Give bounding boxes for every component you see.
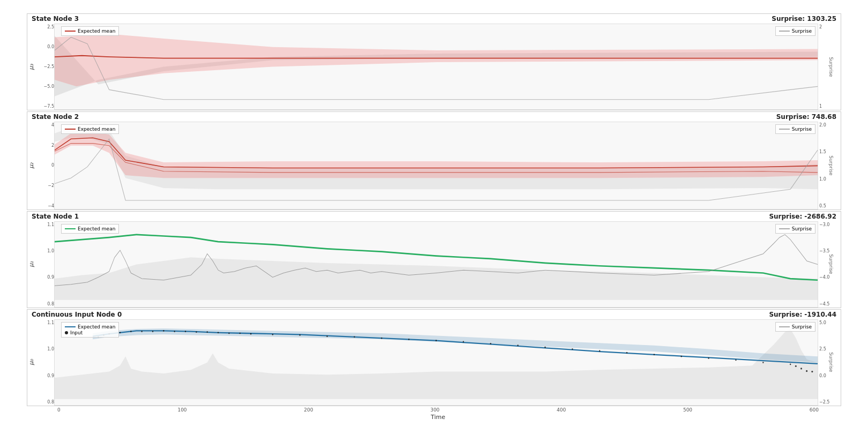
svg-point-14 — [163, 330, 164, 332]
panel-node2-surprise-legend: Surprise — [775, 124, 815, 134]
panel-node1-svg — [55, 222, 818, 307]
panel-node2-legend-label: Expected mean — [78, 126, 115, 132]
x-axis: 0 100 200 300 400 500 600 Time — [56, 407, 820, 421]
panel-node3-legend: Expected mean — [61, 26, 119, 36]
panel-node3-ylabel: μ₃ — [28, 64, 35, 70]
svg-point-41 — [762, 362, 764, 363]
panel-node3-legend-item: Expected mean — [65, 28, 115, 34]
panel-node2-ylabel: μ₂ — [28, 162, 35, 168]
svg-point-17 — [196, 331, 197, 333]
panel-node1-ylabel: μ₁ — [28, 261, 35, 267]
panel-node0-chart-area: Expected mean Input Surprise — [54, 319, 818, 406]
svg-point-28 — [408, 339, 409, 340]
svg-point-42 — [790, 363, 791, 365]
svg-point-35 — [599, 350, 600, 351]
panel-node2-legend-line — [65, 129, 76, 130]
panel-node0-surprise: Surprise: -1910.44 — [769, 311, 836, 318]
panel-node1-legend-line — [65, 228, 76, 229]
svg-point-33 — [544, 347, 545, 348]
svg-point-37 — [654, 354, 655, 355]
panel-node3-surprise-legend-label: Surprise — [792, 28, 812, 34]
panel-node0-surprise-legend: Surprise — [775, 322, 815, 332]
panel-node2-legend: Expected mean — [61, 124, 119, 134]
panel-node2-chart-area: Expected mean Surprise — [54, 122, 818, 209]
panel-node0-svg — [55, 320, 818, 405]
panel-node1-surprise-line — [779, 228, 790, 229]
panel-node1-title: State Node 1 — [32, 213, 79, 220]
panel-node2-surprise-line — [779, 129, 790, 130]
panel-node2-svg — [55, 122, 818, 209]
panel-node2-surprise-legend-label: Surprise — [792, 126, 812, 132]
panel-node0-legend: Expected mean Input — [61, 322, 119, 338]
svg-point-46 — [811, 371, 813, 372]
svg-point-40 — [735, 360, 736, 361]
x-ticks: 0 100 200 300 400 500 600 — [56, 407, 820, 413]
panel-node3-legend-label: Expected mean — [78, 28, 115, 34]
svg-point-36 — [626, 352, 627, 354]
panel-node1-surprise-legend-label: Surprise — [792, 226, 812, 231]
x-label: Time — [431, 414, 445, 421]
svg-point-39 — [708, 357, 709, 359]
panel-node2-surprise: Surprise: 748.68 — [776, 113, 836, 121]
panel-node3-header: State Node 3 Surprise: 1303.25 — [27, 14, 841, 24]
svg-point-10 — [119, 332, 121, 333]
svg-marker-1 — [55, 34, 818, 86]
svg-point-20 — [228, 333, 229, 334]
panel-node1-surprise-legend: Surprise — [775, 224, 815, 234]
svg-point-32 — [517, 345, 518, 346]
svg-point-25 — [326, 335, 327, 337]
panel-node1-surprise: Surprise: -2686.92 — [769, 213, 836, 220]
panel-node2-title: State Node 2 — [32, 113, 79, 121]
svg-point-29 — [436, 340, 437, 341]
panel-node3-surprise-line — [779, 31, 790, 32]
panel-node1-chart-area: Expected mean Surprise — [54, 221, 818, 308]
panel-node3-right-ylabel: Surprise — [828, 57, 833, 77]
panel-node1-legend-label: Expected mean — [78, 226, 115, 231]
panel-node1: State Node 1 Surprise: -2686.92 1.1 1.0 … — [27, 211, 841, 308]
panel-node0-legend-line — [65, 326, 76, 327]
panel-node0-title: Continuous Input Node 0 — [32, 311, 122, 318]
panel-node3-surprise: Surprise: 1303.25 — [772, 15, 836, 23]
panel-node2: State Node 2 Surprise: 748.68 4 2 0 −2 −… — [27, 111, 841, 210]
panel-node1-header: State Node 1 Surprise: -2686.92 — [27, 212, 841, 221]
panel-node0-right-ylabel: Surprise — [828, 353, 833, 372]
svg-point-11 — [130, 331, 131, 332]
svg-point-22 — [250, 333, 251, 335]
svg-point-18 — [207, 331, 208, 333]
panel-node0-legend-dot — [65, 331, 68, 334]
svg-point-15 — [174, 331, 175, 332]
svg-point-23 — [272, 334, 273, 335]
panel-node0-surprise-line — [779, 326, 790, 327]
svg-point-44 — [800, 368, 802, 369]
svg-point-27 — [381, 338, 382, 339]
panel-node0-legend-item-2: Input — [65, 330, 115, 335]
panel-node0-legend-label2: Input — [70, 330, 83, 335]
panel-node3-legend-line — [65, 31, 76, 32]
panel-node2-header: State Node 2 Surprise: 748.68 — [27, 112, 841, 122]
svg-marker-4 — [55, 257, 818, 300]
svg-point-16 — [185, 331, 186, 332]
svg-marker-2 — [55, 126, 818, 189]
panel-node3-svg — [55, 24, 818, 109]
svg-point-12 — [141, 331, 143, 332]
svg-point-26 — [354, 336, 355, 338]
main-container: State Node 3 Surprise: 1303.25 2.5 0.0 −… — [16, 8, 852, 426]
svg-point-38 — [680, 356, 682, 357]
svg-point-43 — [795, 365, 797, 367]
panel-node0: Continuous Input Node 0 Surprise: -1910.… — [27, 309, 841, 406]
svg-point-24 — [299, 334, 300, 336]
svg-point-34 — [572, 348, 573, 350]
svg-point-45 — [806, 370, 807, 372]
svg-point-30 — [463, 341, 464, 342]
panel-node1-legend-item: Expected mean — [65, 226, 115, 231]
panel-node3-title: State Node 3 — [32, 15, 79, 23]
panel-node3-surprise-legend: Surprise — [775, 26, 815, 36]
svg-point-21 — [240, 333, 241, 334]
panel-node1-right-ylabel: Surprise — [828, 255, 833, 274]
panel-node0-ylabel: μ₀ — [28, 360, 35, 365]
svg-point-19 — [218, 332, 219, 333]
panel-node0-surprise-legend-label: Surprise — [792, 324, 812, 330]
panel-node0-header: Continuous Input Node 0 Surprise: -1910.… — [27, 310, 841, 319]
panel-node0-legend-item-1: Expected mean — [65, 324, 115, 330]
svg-point-31 — [490, 343, 491, 345]
